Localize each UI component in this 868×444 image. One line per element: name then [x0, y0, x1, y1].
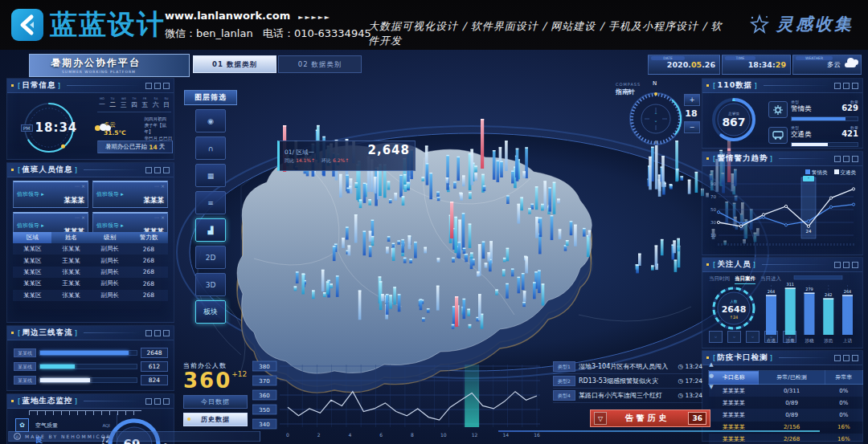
alert-row[interactable]: 类型1湿地3-104片区有不明人员闯入◷ 13:24 — [553, 360, 702, 374]
card-more-icon[interactable]: ⋯ × — [75, 214, 85, 220]
mode-2d-button[interactable]: 2D — [195, 246, 226, 269]
table-row[interactable]: 某某区王某某副局长268 — [13, 255, 168, 266]
data110-name: 交通类 — [791, 130, 812, 140]
zoom-out-button: − — [684, 121, 700, 133]
table-header-cell: 警力数 — [129, 232, 168, 243]
panel-min-icon — [145, 398, 152, 405]
tab-data-category-2[interactable]: 02 数据类别 — [278, 55, 362, 73]
checkpoint-row[interactable]: 某某某某0/890% — [709, 397, 863, 409]
panel-window-icon — [154, 83, 161, 89]
alert-row[interactable]: 类型4某路口有小汽车连闯三个红灯◷ 13:24 — [553, 389, 702, 403]
signal-icon[interactable]: ∩ — [195, 136, 226, 160]
table-row[interactable]: 某某区张某某副局长268 — [13, 290, 168, 301]
edit-icon[interactable]: ◦ — [727, 331, 741, 343]
platform-subtitle: SUMMER WORKING PLATFORM — [30, 70, 189, 74]
grid-icon[interactable]: ▦ — [195, 164, 226, 187]
flow-bar-row: 某某线612 — [14, 360, 168, 372]
weekday-item: SU日 — [162, 96, 171, 109]
camera-icon[interactable]: ◉ — [195, 109, 226, 132]
flow-line-label: 某某线 — [14, 376, 36, 385]
table-header-cell: 卡口名称 — [709, 371, 759, 385]
alert-history-banner[interactable]: ▽ 告警历史 36 — [590, 409, 710, 427]
table-cell: 副局长 — [91, 267, 129, 278]
website-line[interactable]: www.lanlanwork.com►►►►► — [165, 10, 331, 22]
table-cell: 某某区 — [13, 255, 51, 266]
data110-bar-fill — [792, 143, 828, 146]
svg-text:8: 8 — [411, 432, 414, 438]
mode-block-button[interactable]: 板块 — [195, 300, 226, 324]
compass: COMPASS指南针 N ˄ ˅ — [616, 82, 693, 156]
layer-filter: 图层筛选 ◉∩▦≡▟2D3D板块 — [184, 90, 237, 324]
table-cell: 0% — [825, 385, 862, 397]
alert-row[interactable]: 类型2RD13-53烟感报警疑似火灾◷ 17:24 — [553, 374, 702, 389]
focus-tab[interactable]: 当日时间 — [709, 275, 730, 284]
mode-3d-button[interactable]: 3D — [195, 273, 226, 296]
svg-text:2: 2 — [317, 432, 321, 438]
table-row[interactable]: 某某区王某某副局长268 — [13, 278, 168, 289]
svg-text:↑24: ↑24 — [730, 315, 739, 320]
table-cell: 王某某 — [51, 278, 90, 289]
lunar-line1: 闰四月初四 — [145, 116, 174, 122]
table-row[interactable]: 某某区张某某副局长268 — [13, 267, 168, 278]
flow-bar-value: 824 — [141, 375, 168, 385]
target-icon[interactable]: ◦ — [746, 331, 760, 343]
alert-text: RD13-53烟感报警疑似火灾 — [579, 377, 674, 385]
map-zoom-controls[interactable]: + 18 − — [684, 94, 700, 136]
data110-value: 421 — [841, 129, 858, 138]
svg-text:279: 279 — [805, 287, 813, 291]
gear-icon — [768, 101, 788, 118]
tab-data-category-1[interactable]: 01 数据类别 — [193, 55, 276, 73]
map-extrusion — [237, 143, 592, 393]
brand-banner: 蓝蓝设计 www.lanlanwork.com►►►►► 微信：ben_lanl… — [0, 0, 868, 51]
table-cell: 某某区 — [13, 278, 51, 289]
panel-min-icon — [145, 83, 152, 89]
svg-text:340: 340 — [259, 422, 269, 428]
card-more-icon[interactable]: ⋯ × — [154, 214, 165, 220]
table-cell: 16% — [825, 434, 862, 444]
data110-name: 警情类 — [791, 104, 812, 114]
bar-chart-icon[interactable]: ▟ — [195, 218, 226, 242]
duty-leader-card[interactable]: 值班领导 ▸⋯ ×某某某 — [13, 181, 88, 208]
table-cell: 268 — [129, 278, 168, 289]
focus-tab[interactable]: 当日案件 — [735, 275, 755, 284]
duty-leader-name: 某某某 — [144, 196, 165, 206]
weather-plate: WEATHER 多云 — [792, 55, 862, 75]
map-roads — [198, 251, 691, 371]
checkpoint-row[interactable]: 某某某某0/3110% — [709, 385, 863, 397]
panel-min-icon — [834, 156, 841, 162]
legend-item: 交通类 — [834, 169, 857, 177]
table-cell: 0% — [825, 409, 862, 421]
cloud-icon[interactable]: ◦ — [709, 331, 723, 343]
svg-text:涉恐: 涉恐 — [824, 338, 833, 344]
collect-label: 灵感收集 — [776, 13, 854, 35]
panel-controls[interactable] — [145, 83, 170, 89]
weather-value: 多云 — [827, 60, 841, 70]
platform-title-plate: 暑期办公协作平台 SUMMER WORKING PLATFORM — [29, 54, 190, 77]
clock-period: PM — [21, 124, 33, 132]
checkpoint-row[interactable]: 某某某某0/890% — [709, 409, 863, 421]
weekday-item: WE三 — [119, 96, 129, 109]
panel-expand-icon — [852, 262, 858, 268]
checkpoint-row[interactable]: 某某某某2/26816% — [709, 434, 863, 444]
table-row[interactable]: 某某区张某某副局长268 — [13, 243, 168, 255]
flow-bar-track — [39, 364, 137, 369]
alert-scroll[interactable]: ▲●▼ — [709, 361, 714, 390]
card-more-icon[interactable]: ⋯ × — [154, 183, 165, 189]
panel-window-icon — [843, 83, 850, 89]
inspiration-collect[interactable]: 灵感收集 — [749, 13, 854, 35]
panel-expand-icon — [852, 156, 858, 162]
duty-table-head: 区域姓名级别警力数 — [13, 232, 168, 243]
panel-passenger-flow: [周边三线客流] 某某线2648某某线612某某线824 — [6, 325, 174, 391]
card-more-icon[interactable]: ⋯ × — [75, 183, 85, 189]
table-cell: 王某某 — [51, 255, 90, 266]
history-data-button[interactable]: 历史数据 — [183, 413, 248, 426]
today-data-button[interactable]: 今日数据 — [183, 395, 248, 409]
duty-leader-card[interactable]: 值班领导 ▸⋯ ×某某某 — [92, 181, 168, 208]
flow-bar-fill — [40, 365, 75, 369]
svg-text:242: 242 — [825, 292, 833, 297]
table-cell: 268 — [129, 243, 168, 255]
list-icon[interactable]: ≡ — [195, 191, 226, 214]
panel-110-data: [110数据] 总警情 867 类型警情类数量629类型交通类数量421 — [702, 78, 863, 149]
panel-duty-staff: [值班人员信息] 值班领导 ▸⋯ ×某某某值班领导 ▸⋯ ×某某某值班领导 ▸⋯… — [6, 162, 174, 323]
office-line-chart: 3803703603503400246810121416 — [252, 360, 543, 440]
